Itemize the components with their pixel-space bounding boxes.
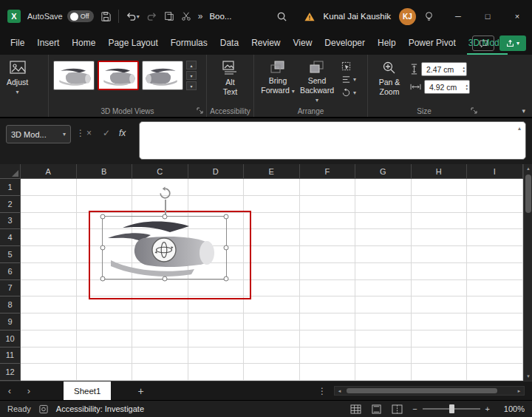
sheet-options-button[interactable]: ⋮ [318, 386, 327, 396]
column-header-a[interactable]: A [21, 164, 77, 179]
insert-function-button[interactable]: fx [119, 128, 126, 138]
toolbar-overflow-button[interactable]: » [198, 11, 203, 21]
copy-button[interactable] [164, 11, 174, 21]
cell-h7[interactable] [412, 280, 468, 297]
cell-a10[interactable] [21, 330, 77, 348]
sheet-tab-sheet1[interactable]: Sheet1 [64, 382, 111, 400]
cell-h5[interactable] [412, 246, 468, 263]
cell-g2[interactable] [355, 196, 412, 213]
cell-g6[interactable] [355, 263, 412, 280]
scroll-right-icon[interactable]: ► [514, 389, 524, 393]
zoom-slider-thumb[interactable] [449, 404, 454, 413]
undo-button[interactable]: ▾ [126, 11, 140, 22]
cell-g7[interactable] [355, 280, 412, 297]
width-spin-arrows[interactable]: ▴▾ [466, 84, 468, 91]
row-header-4[interactable]: 4 [0, 229, 21, 246]
cell-e5[interactable] [244, 246, 300, 263]
cell-d1[interactable] [188, 179, 245, 196]
cell-f10[interactable] [300, 330, 356, 348]
tab-developer[interactable]: Developer [323, 33, 366, 55]
cell-f2[interactable] [300, 196, 356, 213]
cell-e9[interactable] [244, 313, 300, 330]
column-header-c[interactable]: C [132, 164, 188, 179]
page-layout-view-icon[interactable] [371, 404, 382, 414]
cell-i6[interactable] [467, 263, 523, 280]
cell-i7[interactable] [467, 280, 523, 297]
cell-f1[interactable] [300, 179, 356, 196]
column-header-d[interactable]: D [188, 164, 245, 179]
cell-g5[interactable] [355, 246, 412, 263]
cell-g1[interactable] [355, 179, 412, 196]
adjust-button[interactable]: Adjust ▾ [4, 58, 30, 97]
gallery-more-button[interactable]: ▾ [186, 81, 197, 90]
cell-h3[interactable] [412, 213, 468, 230]
cell-i12[interactable] [467, 364, 523, 381]
row-header-8[interactable]: 8 [0, 296, 21, 313]
cancel-entry-button[interactable]: × [86, 128, 92, 138]
document-title[interactable]: Boo... [209, 12, 231, 21]
cell-a12[interactable] [21, 364, 77, 381]
confirm-entry-button[interactable]: ✓ [103, 128, 110, 138]
alerts-button[interactable] [304, 11, 316, 22]
tab-insert[interactable]: Insert [35, 33, 61, 55]
width-input[interactable]: 4.92 cm ▴▾ [424, 80, 470, 94]
cell-g4[interactable] [355, 229, 412, 246]
send-backward-button[interactable]: Send Backward ▾ [297, 58, 337, 106]
cell-g3[interactable] [355, 213, 412, 230]
cell-b12[interactable] [77, 364, 133, 381]
size-dialog-launcher[interactable] [471, 107, 478, 115]
cell-b9[interactable] [77, 313, 133, 330]
cell-i11[interactable] [467, 348, 523, 365]
scroll-left-icon[interactable]: ◄ [335, 389, 344, 393]
cell-i8[interactable] [467, 296, 523, 313]
spin-down-icon[interactable]: ▾ [463, 70, 465, 73]
cell-d10[interactable] [188, 330, 245, 348]
zoom-slider[interactable] [423, 408, 480, 410]
object-selection-box[interactable] [102, 216, 227, 279]
row-header-10[interactable]: 10 [0, 330, 21, 348]
tab-review[interactable]: Review [250, 33, 282, 55]
cell-i5[interactable] [467, 246, 523, 263]
tab-power-pivot[interactable]: Power Pivot [407, 33, 457, 55]
cell-i4[interactable] [467, 229, 523, 246]
comments-button[interactable] [472, 35, 494, 51]
cell-a3[interactable] [21, 213, 77, 230]
model-view-thumbnail-2-selected[interactable] [98, 61, 139, 90]
scroll-down-icon[interactable]: ▼ [524, 374, 532, 379]
cell-a9[interactable] [21, 313, 77, 330]
selection-pane-button[interactable] [341, 61, 356, 71]
bring-forward-button[interactable]: Bring Forward ▾ [259, 58, 297, 96]
redo-button[interactable] [146, 11, 157, 22]
column-header-h[interactable]: H [412, 164, 468, 179]
tab-view[interactable]: View [292, 33, 314, 55]
cell-f4[interactable] [300, 229, 356, 246]
align-button[interactable]: ▾ [341, 75, 356, 84]
selection-handle[interactable] [162, 277, 167, 282]
tab-data[interactable]: Data [219, 33, 240, 55]
save-button[interactable] [100, 11, 112, 22]
cell-c9[interactable] [132, 313, 188, 330]
share-button[interactable]: ▾ [499, 35, 526, 51]
alt-text-button[interactable]: Alt Text [218, 58, 243, 98]
row-header-2[interactable]: 2 [0, 196, 21, 213]
column-header-f[interactable]: F [300, 164, 356, 179]
cell-i1[interactable] [467, 179, 523, 196]
horizontal-scroll-thumb[interactable] [347, 388, 497, 393]
cell-i10[interactable] [467, 330, 523, 348]
views-dialog-launcher[interactable] [197, 107, 204, 115]
column-header-g[interactable]: G [355, 164, 412, 179]
cell-i2[interactable] [467, 196, 523, 213]
search-button[interactable] [276, 11, 287, 22]
formula-bar-collapse-icon[interactable]: ▴ [518, 125, 521, 132]
cell-h11[interactable] [412, 348, 468, 365]
cell-i9[interactable] [467, 313, 523, 330]
accessibility-status[interactable]: Accessibility: Investigate [56, 404, 144, 413]
cell-h9[interactable] [412, 313, 468, 330]
collapse-ribbon-button[interactable]: ▾ [522, 107, 525, 115]
cell-a1[interactable] [21, 179, 77, 196]
selection-handle[interactable] [224, 214, 229, 220]
cell-e2[interactable] [244, 196, 300, 213]
row-header-12[interactable]: 12 [0, 364, 21, 381]
normal-view-icon[interactable] [350, 404, 361, 414]
cell-a2[interactable] [21, 196, 77, 213]
